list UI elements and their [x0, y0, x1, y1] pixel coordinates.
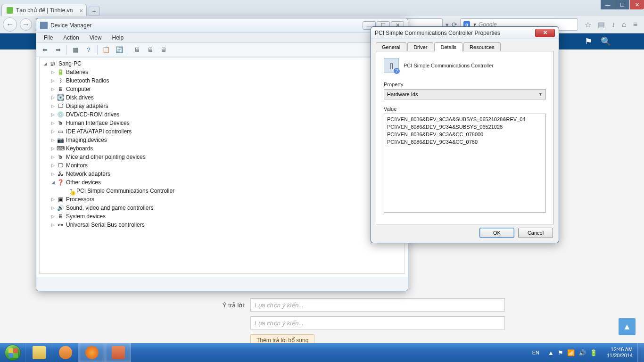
forward-button[interactable]: → — [20, 18, 32, 31]
search-icon[interactable]: 🔍 — [601, 36, 611, 47]
tree-category[interactable]: ▷💿DVD/CD-ROM drives — [40, 110, 405, 119]
back-button[interactable]: ← — [3, 17, 17, 32]
tree-category[interactable]: ▷🖥System devices — [40, 212, 405, 221]
expand-icon[interactable]: ▷ — [50, 95, 56, 100]
hardware-id-value[interactable]: PCI\VEN_8086&DEV_9C3A&SUBSYS_06521028 — [387, 123, 543, 131]
tb-properties-icon[interactable]: 📋 — [101, 45, 111, 55]
close-button[interactable]: ✕ — [630, 0, 644, 9]
menu-help[interactable]: Help — [107, 33, 129, 42]
cancel-button[interactable]: Cancel — [518, 228, 553, 238]
expand-icon[interactable]: ▷ — [50, 78, 56, 83]
tree-category[interactable]: ▷🖧Network adapters — [40, 170, 405, 178]
start-button[interactable] — [0, 343, 25, 362]
downloads-icon[interactable]: ↓ — [611, 20, 615, 29]
tab-close-icon[interactable]: × — [79, 7, 83, 15]
tb-uninstall-icon[interactable]: 🖥 — [145, 45, 155, 55]
home-icon[interactable]: ⌂ — [622, 20, 627, 29]
clock[interactable]: 12:46 AM 11/20/2014 — [602, 346, 637, 359]
expand-icon[interactable]: ▷ — [50, 120, 56, 126]
tree-category[interactable]: ▷🖱Mice and other pointing devices — [40, 153, 405, 161]
menu-action[interactable]: Action — [58, 33, 83, 42]
menu-view[interactable]: View — [85, 33, 107, 42]
browser-tab[interactable]: Tạo chủ đề | Tinhte.vn × — [1, 4, 87, 16]
value-listbox[interactable]: PCI\VEN_8086&DEV_9C3A&SUBSYS_06521028&RE… — [384, 114, 546, 213]
reader-icon[interactable]: ▤ — [598, 20, 605, 29]
tray-flag-icon[interactable]: ▲ — [548, 349, 554, 356]
expand-icon[interactable]: ▷ — [50, 112, 56, 117]
menu-icon[interactable]: ≡ — [633, 20, 637, 29]
tb-scan-icon[interactable]: 🔄 — [115, 45, 124, 55]
tb-help-icon[interactable]: ? — [84, 45, 93, 55]
ok-button[interactable]: OK — [479, 228, 514, 238]
expand-icon[interactable]: ▷ — [50, 163, 56, 168]
expand-icon[interactable]: ▷ — [50, 86, 56, 92]
tray-volume-icon[interactable]: 🔊 — [578, 349, 586, 356]
tab-details[interactable]: Details — [434, 42, 462, 51]
tray-network-icon[interactable]: 📶 — [567, 349, 575, 356]
prop-close-button[interactable]: ✕ — [535, 29, 555, 37]
tree-category[interactable]: ▷▭IDE ATA/ATAPI controllers — [40, 127, 405, 136]
expand-icon[interactable]: ▷ — [50, 146, 56, 151]
tree-category[interactable]: ▷🔋Batteries — [40, 68, 405, 76]
hardware-id-value[interactable]: PCI\VEN_8086&DEV_9C3A&CC_0780 — [387, 138, 543, 146]
tree-category[interactable]: ▷🖵Monitors — [40, 161, 405, 170]
scroll-top-button[interactable]: ▲ — [619, 318, 636, 335]
device-tree[interactable]: ◢ 🖳 Sang-PC ▷🔋Batteries▷ᛒBluetooth Radio… — [39, 57, 405, 274]
tab-driver[interactable]: Driver — [407, 42, 433, 51]
expand-icon[interactable]: ▷ — [50, 214, 56, 219]
tree-category[interactable]: ▷🖵Display adapters — [40, 102, 405, 110]
tree-category[interactable]: ▷⊶Universal Serial Bus controllers — [40, 221, 405, 229]
new-tab-button[interactable]: + — [89, 7, 100, 16]
tree-category[interactable]: ▷💽Disk drives — [40, 93, 405, 102]
expand-icon[interactable]: ▷ — [50, 197, 56, 202]
opinion-input-1[interactable]: Lựa chọn ý kiến... — [250, 298, 505, 312]
tb-back-icon[interactable]: ⬅ — [40, 45, 50, 55]
system-tray[interactable]: ▲ ⚑ 📶 🔊 🔋 — [543, 349, 602, 356]
tab-resources[interactable]: Resources — [463, 42, 501, 51]
bookmark-icon[interactable]: ☆ — [585, 20, 591, 29]
taskbar-firefox[interactable] — [78, 343, 105, 362]
tree-category[interactable]: ▷📷Imaging devices — [40, 136, 405, 144]
expand-icon[interactable]: ◢ — [50, 180, 56, 185]
tree-category[interactable]: ▷🖱Human Interface Devices — [40, 119, 405, 127]
property-dropdown[interactable]: Hardware Ids ▼ — [384, 89, 546, 99]
expand-icon[interactable]: ▷ — [50, 205, 56, 211]
tree-category[interactable]: ◢❓Other devices — [40, 178, 405, 187]
minimize-button[interactable]: — — [601, 0, 615, 9]
tb-update-driver-icon[interactable]: 🖥 — [132, 45, 141, 55]
taskbar-mmc[interactable] — [105, 343, 131, 362]
tree-category[interactable]: ▷🔊Sound, video and game controllers — [40, 204, 405, 212]
tree-category[interactable]: ▷▣Processors — [40, 195, 405, 204]
tray-action-icon[interactable]: ⚑ — [558, 349, 563, 356]
expand-icon[interactable]: ▷ — [50, 103, 56, 109]
tree-device-item[interactable]: ▯!PCI Simple Communications Controller — [40, 187, 405, 195]
tree-root[interactable]: ◢ 🖳 Sang-PC — [40, 59, 405, 68]
flag-icon[interactable]: ⚑ — [585, 36, 592, 47]
hardware-id-value[interactable]: PCI\VEN_8086&DEV_9C3A&SUBSYS_06521028&RE… — [387, 115, 543, 123]
hardware-id-value[interactable]: PCI\VEN_8086&DEV_9C3A&CC_078000 — [387, 131, 543, 138]
tray-battery-icon[interactable]: 🔋 — [590, 349, 597, 356]
tab-general[interactable]: General — [376, 42, 406, 51]
taskbar-wmp[interactable] — [52, 343, 78, 362]
show-desktop-button[interactable] — [637, 343, 644, 362]
tb-show-hide-icon[interactable]: ▦ — [71, 45, 80, 55]
expand-icon[interactable]: ▷ — [50, 129, 56, 134]
opinion-input-2[interactable]: Lựa chọn ý kiến... — [250, 316, 505, 329]
tb-forward-icon[interactable]: ➡ — [53, 45, 63, 55]
tb-disable-icon[interactable]: 🖥 — [158, 45, 168, 55]
tree-category[interactable]: ▷ᛒBluetooth Radios — [40, 76, 405, 85]
expand-icon[interactable]: ▷ — [50, 171, 56, 177]
expand-icon[interactable]: ▷ — [50, 137, 56, 143]
maximize-button[interactable]: ☐ — [615, 0, 629, 9]
expand-icon[interactable]: ▷ — [50, 222, 56, 228]
prop-titlebar[interactable]: PCI Simple Communications Controller Pro… — [371, 27, 559, 39]
expand-icon[interactable]: ▷ — [50, 154, 56, 160]
tree-category[interactable]: ▷🖥Computer — [40, 85, 405, 93]
dm-titlebar[interactable]: Device Manager — ☐ ✕ — [36, 18, 408, 33]
language-indicator[interactable]: EN — [528, 350, 543, 355]
dm-title: Device Manager — [50, 22, 363, 29]
expand-icon[interactable]: ▷ — [50, 69, 56, 75]
tree-category[interactable]: ▷⌨Keyboards — [40, 144, 405, 153]
menu-file[interactable]: File — [39, 33, 58, 42]
taskbar-explorer[interactable] — [25, 343, 52, 362]
